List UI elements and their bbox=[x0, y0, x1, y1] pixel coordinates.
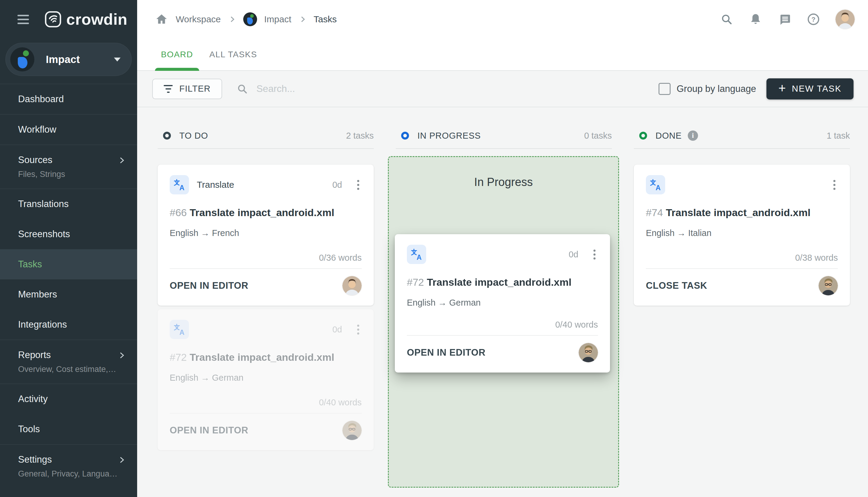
tab-board[interactable]: BOARD bbox=[159, 39, 195, 70]
sidebar-item-settings[interactable]: Settings General, Privacy, Languages, Q… bbox=[0, 444, 137, 488]
help-icon[interactable]: ? bbox=[807, 12, 820, 26]
brand-name: crowdin bbox=[66, 10, 128, 28]
topbar: Workspace Impact Tasks ? bbox=[137, 0, 868, 39]
column-done: DONE i 1 task A #74 Translate impact_and… bbox=[634, 127, 850, 497]
chevron-right-icon bbox=[228, 15, 236, 23]
info-icon[interactable]: i bbox=[688, 130, 698, 141]
sidebar-item-sources[interactable]: Sources Files, Strings bbox=[0, 145, 137, 189]
sidebar-item-workflow[interactable]: Workflow bbox=[0, 115, 137, 145]
svg-text:A: A bbox=[179, 328, 184, 336]
translate-icon: A bbox=[646, 175, 665, 195]
due-badge: 0d bbox=[332, 325, 342, 335]
kebab-menu-icon[interactable] bbox=[355, 178, 362, 192]
breadcrumb-project-avatar bbox=[243, 12, 257, 26]
crowdin-logo-icon bbox=[45, 11, 61, 28]
chevron-right-icon bbox=[118, 456, 126, 464]
open-in-editor-button[interactable]: OPEN IN EDITOR bbox=[170, 425, 248, 436]
sidebar-item-integrations[interactable]: Integrations bbox=[0, 310, 137, 340]
search-input[interactable] bbox=[256, 83, 407, 94]
breadcrumb-workspace[interactable]: Workspace bbox=[176, 14, 221, 25]
search-icon bbox=[236, 83, 248, 95]
sidebar-item-dashboard[interactable]: Dashboard bbox=[0, 84, 137, 114]
assignee-avatar[interactable] bbox=[342, 421, 362, 440]
sidebar-item-screenshots[interactable]: Screenshots bbox=[0, 219, 137, 249]
tab-all-tasks[interactable]: ALL TASKS bbox=[208, 39, 259, 70]
task-languages: English → Italian bbox=[646, 228, 838, 238]
kanban-board: TO DO 2 tasks A Translate 0d #66 Transla… bbox=[137, 107, 868, 497]
svg-text:A: A bbox=[655, 184, 661, 192]
todo-task-count: 2 tasks bbox=[346, 131, 374, 141]
chevron-right-icon bbox=[118, 352, 126, 359]
breadcrumb: Workspace Impact Tasks bbox=[137, 12, 337, 26]
assignee-avatar[interactable] bbox=[342, 276, 362, 295]
translate-icon: A bbox=[170, 175, 189, 195]
dropzone-label: In Progress bbox=[389, 176, 618, 189]
home-icon[interactable] bbox=[155, 12, 169, 26]
done-status-circle-icon bbox=[639, 132, 647, 140]
kebab-menu-icon[interactable] bbox=[591, 248, 598, 261]
crowdin-logo[interactable]: crowdin bbox=[45, 10, 128, 28]
new-task-button[interactable]: + NEW TASK bbox=[766, 79, 854, 99]
sidebar-item-tasks[interactable]: Tasks bbox=[0, 249, 137, 280]
kebab-menu-icon[interactable] bbox=[355, 323, 362, 336]
svg-text:A: A bbox=[416, 254, 422, 261]
task-word-count: 0/38 words bbox=[646, 253, 838, 263]
tab-bar: BOARD ALL TASKS bbox=[137, 39, 868, 71]
column-done-header: DONE i 1 task bbox=[634, 127, 850, 145]
chevron-down-icon bbox=[114, 58, 120, 61]
assignee-avatar[interactable] bbox=[579, 343, 598, 362]
task-title: #72 Translate impact_android.xml bbox=[407, 276, 598, 288]
sidebar: crowdin Impact Dashboard Workflow Source… bbox=[0, 0, 137, 497]
svg-text:?: ? bbox=[811, 16, 815, 23]
filter-icon bbox=[163, 85, 173, 93]
plus-icon: + bbox=[779, 82, 786, 95]
open-in-editor-button[interactable]: OPEN IN EDITOR bbox=[170, 280, 248, 291]
toolbar-right: Group by language + NEW TASK bbox=[658, 79, 854, 99]
assignee-avatar[interactable] bbox=[819, 276, 838, 295]
notifications-bell-icon[interactable] bbox=[749, 12, 763, 26]
user-avatar[interactable] bbox=[836, 10, 855, 29]
group-by-language-checkbox[interactable] bbox=[658, 83, 671, 95]
column-in-progress-header: IN PROGRESS 0 tasks bbox=[396, 127, 612, 145]
breadcrumb-project[interactable]: Impact bbox=[264, 14, 291, 25]
hamburger-menu-icon[interactable] bbox=[17, 15, 30, 24]
due-badge: 0d bbox=[569, 250, 578, 259]
sidebar-item-reports[interactable]: Reports Overview, Cost estimate, Transl… bbox=[0, 340, 137, 384]
task-card-66[interactable]: A Translate 0d #66 Translate impact_andr… bbox=[158, 165, 374, 306]
translate-icon: A bbox=[170, 320, 189, 339]
search-icon[interactable] bbox=[720, 12, 734, 26]
todo-status-circle-icon bbox=[163, 132, 171, 140]
project-avatar bbox=[10, 47, 34, 71]
task-languages: English → French bbox=[170, 228, 362, 238]
sidebar-item-activity[interactable]: Activity bbox=[0, 384, 137, 414]
sidebar-item-reports-subtitle: Overview, Cost estimate, Transl… bbox=[18, 365, 117, 374]
open-in-editor-button[interactable]: OPEN IN EDITOR bbox=[407, 347, 485, 358]
in-progress-dropzone[interactable]: In Progress A 0d #72 Translate impact_an… bbox=[388, 156, 619, 488]
sidebar-item-sources-subtitle: Files, Strings bbox=[18, 170, 117, 179]
task-word-count: 0/40 words bbox=[170, 398, 362, 408]
task-card-72-ghost[interactable]: A 0d #72 Translate impact_android.xml En… bbox=[158, 309, 374, 450]
project-selector[interactable]: Impact bbox=[5, 43, 132, 76]
task-title: #72 Translate impact_android.xml bbox=[170, 352, 362, 363]
task-type-label: Translate bbox=[197, 180, 234, 190]
sidebar-item-translations[interactable]: Translations bbox=[0, 189, 137, 219]
divider bbox=[158, 148, 374, 149]
breadcrumb-page: Tasks bbox=[314, 14, 337, 25]
task-word-count: 0/36 words bbox=[170, 253, 362, 263]
sidebar-menu: Dashboard Workflow Sources Files, String… bbox=[0, 84, 137, 488]
due-badge: 0d bbox=[332, 180, 342, 190]
task-card-72-dragging[interactable]: A 0d #72 Translate impact_android.xml En… bbox=[395, 234, 610, 372]
column-todo: TO DO 2 tasks A Translate 0d #66 Transla… bbox=[158, 127, 374, 497]
group-by-language-label[interactable]: Group by language bbox=[677, 84, 756, 94]
close-task-button[interactable]: CLOSE TASK bbox=[646, 280, 707, 291]
task-word-count: 0/40 words bbox=[407, 320, 598, 330]
messages-icon[interactable] bbox=[778, 12, 792, 26]
sidebar-item-tools[interactable]: Tools bbox=[0, 414, 137, 444]
sidebar-item-members[interactable]: Members bbox=[0, 280, 137, 310]
project-name: Impact bbox=[46, 53, 80, 66]
kebab-menu-icon[interactable] bbox=[831, 178, 838, 192]
task-title: #74 Translate impact_android.xml bbox=[646, 207, 838, 218]
filter-button[interactable]: FILTER bbox=[152, 79, 222, 99]
column-todo-header: TO DO 2 tasks bbox=[158, 127, 374, 145]
task-card-74[interactable]: A #74 Translate impact_android.xml Engli… bbox=[634, 165, 850, 306]
